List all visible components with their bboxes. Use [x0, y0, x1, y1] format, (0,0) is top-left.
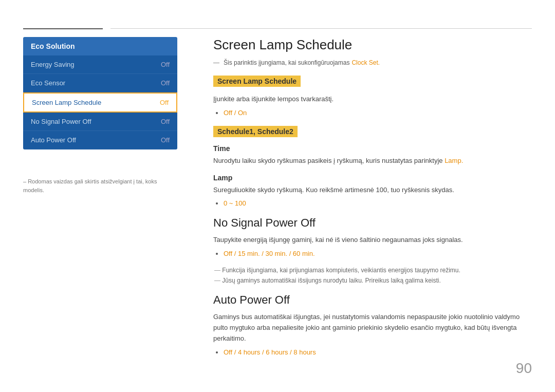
sidebar-title: Eco Solution — [23, 37, 177, 55]
intro-note: — Šis parinktis įjungiama, kai sukonfigū… — [213, 59, 532, 66]
intro-note-link: Clock Set. — [351, 59, 380, 66]
sidebar-item-energy-saving-label: Energy Saving — [31, 61, 75, 68]
no-signal-options-list: Off / 15 min. / 30 min. / 60 min. — [224, 250, 532, 257]
auto-power-option: Off / 4 hours / 6 hours / 8 hours — [224, 348, 532, 356]
sidebar-item-screen-lamp[interactable]: Screen Lamp Schedule Off — [23, 92, 177, 113]
sidebar-note: – Rodomas vaizdas gali skirtis atsižvelg… — [23, 177, 177, 194]
auto-power-title: Auto Power Off — [213, 293, 532, 307]
time-section: Time Nurodytu laiku skydo ryškumas pasik… — [213, 144, 532, 166]
intro-dash: — — [213, 59, 219, 66]
lamp-options-list: 0 ~ 100 — [224, 199, 532, 207]
no-signal-option-text: Off / 15 min. / 30 min. / 60 min. — [224, 250, 315, 257]
no-signal-option: Off / 15 min. / 30 min. / 60 min. — [224, 250, 532, 257]
sidebar-item-energy-saving-value: Off — [161, 61, 170, 68]
page-number: 90 — [516, 360, 532, 377]
time-title: Time — [213, 144, 532, 153]
time-desc-text: Nurodytu laiku skydo ryškumas pasikeis į… — [213, 157, 443, 164]
sidebar-item-screen-lamp-label: Screen Lamp Schedule — [32, 99, 101, 106]
sidebar-item-screen-lamp-value: Off — [160, 99, 169, 106]
auto-power-option-text: Off / 4 hours / 6 hours / 8 hours — [224, 348, 316, 356]
sidebar-item-eco-sensor[interactable]: Eco Sensor Off — [23, 74, 177, 92]
schedule-highlight: Schedule1, Schedule2 — [213, 126, 298, 137]
no-signal-desc: Taupykite energiją išjungę gaminį, kai n… — [213, 235, 532, 246]
intro-note-text: Šis parinktis įjungiama, kai sukonfigūru… — [224, 59, 349, 66]
time-link: Lamp. — [445, 157, 463, 164]
no-signal-note2: Jūsų gaminys automatiškai išsijungs nuro… — [213, 277, 532, 284]
lamp-desc: Sureguliuokite skydo ryškumą. Kuo reikšm… — [213, 185, 532, 196]
no-signal-title: No Signal Power Off — [213, 216, 532, 230]
no-signal-note1: Funkcija išjungiama, kai prijungiamas ko… — [213, 267, 532, 274]
sidebar-item-no-signal-label: No Signal Power Off — [31, 118, 91, 125]
time-desc: Nurodytu laiku skydo ryškumas pasikeis į… — [213, 156, 532, 166]
sidebar-item-auto-power-label: Auto Power Off — [31, 136, 76, 144]
screen-lamp-options-list: Off / On — [224, 109, 532, 117]
lamp-option: 0 ~ 100 — [224, 199, 532, 207]
top-border-right — [110, 28, 532, 29]
lamp-title: Lamp — [213, 174, 532, 182]
main-content: Screen Lamp Schedule — Šis parinktis įju… — [213, 37, 532, 365]
sidebar-item-eco-sensor-label: Eco Sensor — [31, 79, 65, 87]
screen-lamp-highlight: Screen Lamp Schedule — [213, 76, 301, 87]
sidebar-menu: Energy Saving Off Eco Sensor Off Screen … — [23, 55, 177, 150]
lamp-section: Lamp Sureguliuokite skydo ryškumą. Kuo r… — [213, 174, 532, 208]
lamp-option-text: 0 ~ 100 — [224, 199, 246, 207]
screen-lamp-option: Off / On — [224, 109, 532, 117]
sidebar-item-no-signal[interactable]: No Signal Power Off Off — [23, 113, 177, 131]
screen-lamp-option-text: Off / On — [224, 109, 247, 117]
auto-power-section: Auto Power Off Gaminys bus automatiškai … — [213, 293, 532, 356]
sidebar: Eco Solution Energy Saving Off Eco Senso… — [23, 37, 177, 150]
sidebar-item-auto-power[interactable]: Auto Power Off Off — [23, 131, 177, 150]
sidebar-item-energy-saving[interactable]: Energy Saving Off — [23, 55, 177, 74]
sidebar-item-eco-sensor-value: Off — [161, 79, 170, 87]
top-border-left — [23, 28, 103, 29]
auto-power-desc: Gaminys bus automatiškai išjungtas, jei … — [213, 312, 532, 344]
screen-lamp-desc: Įjunkite arba išjunkite lempos tvarkaraš… — [213, 94, 532, 105]
sidebar-item-no-signal-value: Off — [161, 118, 170, 125]
page-title: Screen Lamp Schedule — [213, 37, 532, 53]
auto-power-options-list: Off / 4 hours / 6 hours / 8 hours — [224, 348, 532, 356]
sidebar-item-auto-power-value: Off — [161, 136, 170, 144]
